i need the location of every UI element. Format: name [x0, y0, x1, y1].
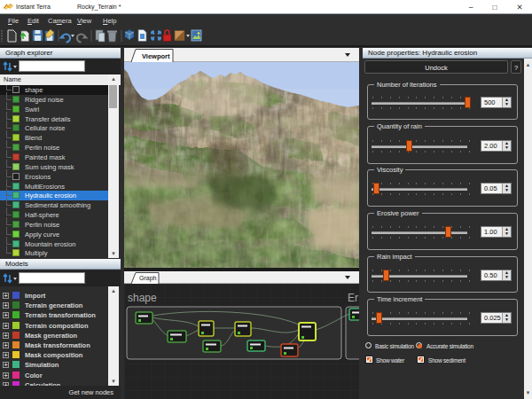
svg-text:shape: shape [128, 292, 157, 304]
svg-text:Graph: Graph [139, 275, 157, 282]
svg-text:Viewport: Viewport [142, 52, 170, 60]
svg-text:Er: Er [348, 292, 358, 304]
